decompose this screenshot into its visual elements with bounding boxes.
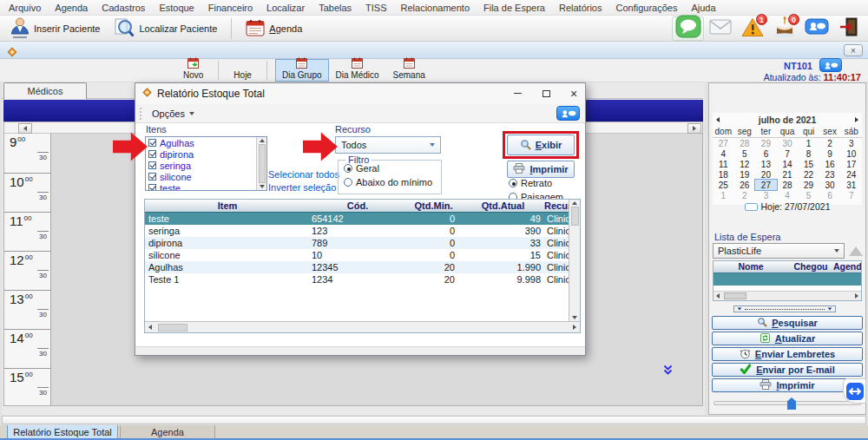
day-cell-28[interactable]: 28 [777,180,799,190]
day-cell-13[interactable]: 13 [755,159,777,169]
day-cell-3-outside[interactable]: 3 [755,190,777,200]
day-cell-10[interactable]: 10 [840,148,862,159]
scroll-left-button[interactable] [18,123,32,134]
menu-item-configuracoes[interactable]: Configurações [608,1,684,15]
day-cell-31[interactable]: 31 [840,180,862,190]
double-chevron-down-icon[interactable] [663,363,673,378]
day-cell-17[interactable]: 17 [840,159,862,169]
hour-row-12[interactable]: 120030 [4,251,50,290]
item-checkbox-silicone[interactable]: silicone [146,171,266,182]
menu-item-financeiro[interactable]: Financeiro [201,1,260,15]
menu-item-relacionamento[interactable]: Relacionamento [394,1,477,15]
tab-medicos[interactable]: Médicos [3,82,87,99]
day-cell-29-outside[interactable]: 29 [755,138,777,148]
day-cell-4-outside[interactable]: 4 [777,190,799,200]
half-hour-row-11[interactable]: 30 [37,231,49,240]
half-hour-row-13[interactable]: 30 [37,309,49,319]
day-cell-27-outside[interactable]: 27 [713,138,734,148]
invert-selection-link[interactable]: Inverter seleção [268,182,336,193]
inner-window-close-button[interactable]: × [844,44,863,56]
waitlist-column-agenda[interactable]: Agenda [833,261,862,273]
day-cell-2-outside[interactable]: 2 [734,190,756,200]
enviar-lembretes-button[interactable]: Enviar Lembretes [712,347,863,361]
hour-row-11[interactable]: 110030 [4,212,50,251]
options-menu[interactable]: Opções [147,107,200,121]
day-cell-14[interactable]: 14 [777,159,799,169]
next-month-icon[interactable] [855,117,858,122]
waiting-list-hscrollbar[interactable] [713,291,861,300]
hour-row-9[interactable]: 90030 [4,134,50,173]
agenda-button[interactable]: Agenda [239,18,309,39]
table-row-dipirona[interactable]: dipirona789033Clinica [145,237,569,249]
messages-mini-icon[interactable] [819,58,842,72]
item-checkbox-agulhas[interactable]: Agulhas [146,137,266,148]
day-cell-29[interactable]: 29 [798,180,819,190]
items-scrollbar[interactable] [256,137,266,190]
day-cell-24[interactable]: 24 [840,169,862,180]
slider-thumb[interactable] [787,397,796,410]
day-cell-5-outside[interactable]: 5 [798,190,819,200]
enviar-por-email-button[interactable]: Enviar por E-mail [712,363,863,377]
half-hour-row-15[interactable]: 30 [37,387,49,397]
menu-item-localizar[interactable]: Localizar [260,1,312,15]
column-header-qtdmin[interactable]: Qtd.Min. [405,200,462,211]
insert-patient-button[interactable]: Inserir Paciente [3,16,107,42]
collapse-up-icon[interactable] [849,246,863,256]
alerts-button[interactable]: 1 [736,16,768,41]
atualizar-button[interactable]: Atualizar [712,332,863,345]
table-row-silicone[interactable]: silicone10015Clinica [145,249,569,261]
day-cell-16[interactable]: 16 [819,159,841,169]
table-row-teste-1[interactable]: Teste 11234209.998Clinica [145,273,569,286]
hour-row-15[interactable]: 150030 [4,368,50,407]
day-cell-3[interactable]: 3 [840,138,862,148]
menu-item-relatorios[interactable]: Relatórios [552,1,609,15]
portrait-radio[interactable]: Retrato [509,177,563,189]
exit-button[interactable] [832,16,865,41]
day-cell-9[interactable]: 9 [819,148,841,159]
locate-patient-button[interactable]: Localizar Paciente [107,16,224,41]
messages-button[interactable] [800,16,832,41]
menu-item-estoque[interactable]: Estoque [152,1,201,15]
dialog-maximize-button[interactable] [533,83,559,103]
day-cell-6[interactable]: 6 [755,148,777,159]
day-cell-5[interactable]: 5 [734,148,756,159]
half-hour-row-9[interactable]: 30 [37,152,49,161]
menu-item-tabelas[interactable]: Tabelas [312,1,358,15]
day-cell-1-outside[interactable]: 1 [713,190,734,200]
waiting-list-selected-row[interactable] [713,273,861,286]
day-cell-15[interactable]: 15 [798,159,819,169]
day-cell-12[interactable]: 12 [734,159,756,169]
half-hour-row-12[interactable]: 30 [37,270,49,279]
day-cell-1[interactable]: 1 [798,138,819,148]
imprimir-button[interactable]: Imprimir [712,378,863,392]
day-cell-22[interactable]: 22 [798,169,819,180]
pesquisar-button[interactable]: Pesquisar [712,316,863,330]
mail-button[interactable] [704,16,736,41]
waitlist-column-chegou[interactable]: Chegou [788,261,833,273]
resource-select[interactable]: Todos [335,136,441,154]
menu-item-arquivo[interactable]: Arquivo [2,1,48,15]
waitlist-column-nome[interactable]: Nome [713,261,788,273]
day-cell-2[interactable]: 2 [819,138,841,148]
bottom-tab-relatorio-estoque-total[interactable]: Relatório Estoque Total [7,425,118,439]
column-header-qtdatual[interactable]: Qtd.Atual [462,200,544,211]
menu-item-agenda[interactable]: Agenda [48,1,95,15]
item-checkbox-seringa[interactable]: seringa [146,160,266,171]
day-cell-7-outside[interactable]: 7 [840,190,862,200]
half-hour-row-10[interactable]: 30 [37,192,49,201]
day-cell-26[interactable]: 26 [734,180,756,190]
dialog-messages-icon[interactable] [556,106,580,121]
column-header-item[interactable]: Item [145,200,310,211]
day-cell-11[interactable]: 11 [713,159,734,169]
day-cell-30-outside[interactable]: 30 [777,138,799,148]
scroll-thumb[interactable] [724,292,746,299]
item-checkbox-teste[interactable]: teste [146,182,266,191]
remote-support-icon[interactable] [843,378,866,404]
day-cell-30[interactable]: 30 [819,180,841,190]
day-cell-23[interactable]: 23 [819,169,841,180]
menu-item-ajuda[interactable]: Ajuda [684,1,722,15]
menu-item-tiss[interactable]: TISS [358,1,393,15]
view-hoje-button[interactable]: Hoje [227,59,259,82]
day-cell-25[interactable]: 25 [713,180,734,190]
zoom-slider[interactable] [713,401,861,405]
